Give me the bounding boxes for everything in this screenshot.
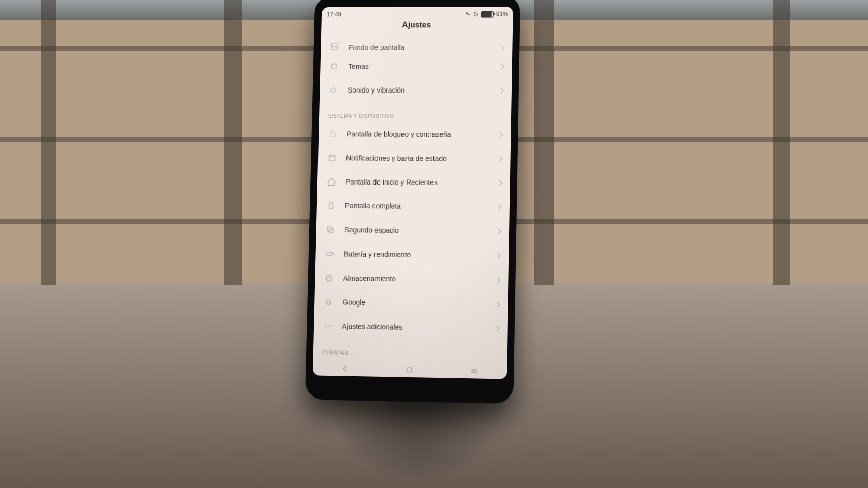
settings-row-storage[interactable]: Almacenamiento	[315, 265, 509, 292]
chevron-right-icon	[496, 301, 500, 308]
chevron-right-icon	[500, 64, 504, 70]
section-header-label: SISTEMA Y DISPOSITIVO	[328, 113, 394, 119]
wallpaper-icon	[330, 42, 340, 51]
themes-icon	[329, 62, 339, 71]
settings-row-label: Pantalla de bloqueo y contraseña	[346, 130, 490, 139]
settings-row-label: Fondo de pantalla	[349, 44, 491, 52]
settings-row-label: Pantalla completa	[345, 202, 488, 211]
settings-row-label: Sonido y vibración	[348, 86, 490, 94]
settings-row-google[interactable]: G Google	[314, 290, 508, 317]
settings-row-label: Segundo espacio	[344, 226, 488, 235]
svg-rect-5	[327, 227, 332, 231]
storage-icon	[324, 272, 334, 283]
phone-screen: 17:49 91% Ajustes	[313, 7, 513, 379]
phone-frame: 17:49 91% Ajustes	[305, 0, 520, 404]
dual-apps-icon	[325, 225, 335, 235]
svg-rect-2	[330, 133, 335, 137]
home-icon	[326, 176, 336, 187]
settings-row-additional[interactable]: Ajustes adicionales	[314, 314, 508, 341]
svg-rect-6	[329, 228, 333, 233]
settings-row-fullscreen[interactable]: Pantalla completa	[316, 194, 510, 220]
chevron-right-icon	[500, 87, 504, 94]
sound-icon	[329, 85, 339, 95]
fullscreen-icon	[326, 201, 336, 211]
svg-rect-4	[329, 202, 333, 209]
battery-percent: 91%	[496, 11, 508, 18]
nav-home-button[interactable]	[406, 365, 413, 373]
settings-row-label: Almacenamiento	[343, 274, 487, 284]
chevron-right-icon	[497, 228, 501, 234]
settings-row-wallpaper[interactable]: Fondo de pantalla	[321, 37, 513, 54]
more-icon	[323, 321, 333, 331]
android-nav-bar	[313, 360, 507, 379]
status-bar: 17:49 91%	[322, 7, 513, 21]
section-header-accounts: CUENTAS	[313, 338, 508, 362]
chevron-right-icon	[496, 277, 500, 283]
svg-rect-7	[326, 252, 333, 255]
google-icon: G	[324, 297, 334, 307]
settings-row-sound[interactable]: Sonido y vibración	[320, 78, 512, 103]
settings-row-label: Pantalla de inicio y Recientes	[345, 178, 489, 187]
section-header-label: CUENTAS	[322, 350, 348, 356]
settings-row-themes[interactable]: Temas	[320, 54, 512, 78]
nav-back-button[interactable]	[341, 364, 349, 373]
status-time: 17:49	[327, 11, 342, 18]
settings-row-label: Ajustes adicionales	[342, 322, 486, 332]
battery-icon	[325, 249, 335, 259]
section-header-system: SISTEMA Y DISPOSITIVO	[319, 102, 512, 123]
svg-point-9	[325, 325, 326, 326]
settings-row-homescreen[interactable]: Pantalla de inicio y Recientes	[317, 170, 510, 195]
settings-row-label: Temas	[348, 63, 491, 71]
chevron-right-icon	[498, 204, 502, 210]
svg-point-11	[330, 325, 331, 326]
chevron-right-icon	[498, 156, 502, 162]
settings-row-label: Google	[342, 298, 486, 308]
page-title-text: Ajustes	[402, 21, 431, 30]
chevron-right-icon	[498, 180, 502, 186]
svg-rect-12	[407, 368, 412, 372]
settings-row-label: Notificaciones y barra de estado	[346, 154, 489, 163]
lock-icon	[328, 129, 338, 139]
settings-row-label: Batería y rendimiento	[344, 250, 488, 260]
dnd-icon	[464, 11, 470, 17]
alarm-icon	[473, 11, 479, 17]
chevron-right-icon	[495, 326, 499, 332]
chevron-right-icon	[499, 132, 503, 138]
battery-icon	[481, 11, 494, 17]
settings-row-battery[interactable]: Batería y rendimiento	[315, 241, 509, 268]
chevron-right-icon	[497, 253, 501, 259]
page-title: Ajustes	[321, 20, 513, 38]
nav-recents-button[interactable]	[470, 367, 478, 375]
svg-rect-3	[329, 155, 335, 161]
settings-list[interactable]: Fondo de pantalla Temas	[313, 37, 512, 364]
settings-row-second-space[interactable]: Segundo espacio	[316, 218, 509, 243]
settings-row-lockscreen[interactable]: Pantalla de bloqueo y contraseña	[319, 122, 511, 147]
photo-background: 17:49 91% Ajustes	[0, 0, 868, 488]
settings-row-notifications[interactable]: Notificaciones y barra de estado	[318, 146, 511, 171]
notification-icon	[327, 152, 337, 163]
chevron-right-icon	[500, 45, 504, 51]
svg-point-10	[328, 325, 329, 326]
